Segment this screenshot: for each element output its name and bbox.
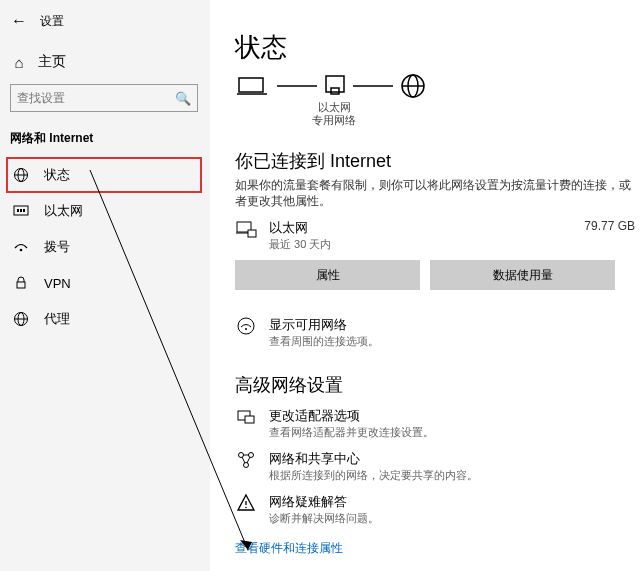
- svg-point-30: [244, 463, 249, 468]
- svg-point-29: [249, 453, 254, 458]
- ethernet-icon: [12, 203, 30, 219]
- nav-vpn-label: VPN: [44, 276, 71, 291]
- shownet-title[interactable]: 显示可用网络: [269, 316, 379, 334]
- network-diagram: [235, 71, 635, 101]
- nav-proxy[interactable]: 代理: [10, 301, 200, 337]
- pc-icon: [235, 72, 273, 100]
- vpn-icon: [12, 275, 30, 291]
- diagram-label-1: 以太网: [311, 101, 357, 114]
- ethernet-small-icon: [235, 219, 257, 241]
- nav: 状态 以太网 拨号 VPN 代理: [10, 157, 200, 337]
- search-box[interactable]: 🔍: [10, 84, 198, 112]
- svg-rect-16: [331, 88, 339, 94]
- nav-status-label: 状态: [44, 166, 70, 184]
- connected-desc: 如果你的流量套餐有限制，则你可以将此网络设置为按流量计费的连接，或者更改其他属性…: [235, 177, 635, 209]
- svg-rect-23: [248, 230, 256, 237]
- sharing-title[interactable]: 网络和共享中心: [269, 450, 478, 468]
- wifi-icon: [235, 316, 257, 336]
- search-icon: 🔍: [175, 91, 191, 106]
- svg-rect-15: [326, 76, 344, 92]
- data-usage-button[interactable]: 数据使用量: [430, 260, 615, 290]
- ethernet-port-icon: [321, 72, 349, 100]
- connection-sub: 最近 30 天内: [269, 237, 572, 252]
- globe-icon: [12, 167, 30, 183]
- adapter-title[interactable]: 更改适配器选项: [269, 407, 434, 425]
- proxy-icon: [12, 311, 30, 327]
- svg-point-24: [238, 318, 254, 334]
- sharing-icon: [235, 450, 257, 470]
- home-icon: ⌂: [10, 54, 28, 71]
- connected-title: 你已连接到 Internet: [235, 149, 635, 173]
- shownet-sub: 查看周围的连接选项。: [269, 334, 379, 349]
- sharing-sub: 根据所连接到的网络，决定要共享的内容。: [269, 468, 478, 483]
- search-input[interactable]: [17, 91, 175, 105]
- diagram-label-2: 专用网络: [311, 114, 357, 127]
- svg-rect-27: [245, 416, 254, 423]
- svg-rect-5: [20, 209, 22, 212]
- nav-vpn[interactable]: VPN: [10, 265, 200, 301]
- svg-point-7: [20, 249, 23, 252]
- troubleshoot-sub: 诊断并解决网络问题。: [269, 511, 379, 526]
- troubleshoot-icon: [235, 493, 257, 513]
- section-title: 网络和 Internet: [10, 130, 200, 147]
- svg-rect-6: [23, 209, 25, 212]
- adapter-icon: [235, 407, 257, 427]
- advanced-title: 高级网络设置: [235, 373, 635, 397]
- connection-name: 以太网: [269, 219, 572, 237]
- nav-dialup[interactable]: 拨号: [10, 229, 200, 265]
- line-icon: [353, 81, 393, 91]
- dialup-icon: [12, 239, 30, 255]
- properties-button[interactable]: 属性: [235, 260, 420, 290]
- page-title: 状态: [235, 30, 635, 65]
- sidebar: ← 设置 ⌂ 主页 🔍 网络和 Internet 状态 以太网 拨号: [0, 0, 210, 571]
- adapter-sub: 查看网络适配器并更改连接设置。: [269, 425, 434, 440]
- home-link[interactable]: ⌂ 主页: [10, 50, 200, 74]
- svg-rect-8: [17, 282, 25, 288]
- svg-rect-4: [17, 209, 19, 212]
- nav-status[interactable]: 状态: [6, 157, 202, 193]
- home-label: 主页: [38, 53, 66, 71]
- svg-point-25: [245, 328, 247, 330]
- svg-point-28: [239, 453, 244, 458]
- window-title: 设置: [40, 13, 64, 30]
- svg-point-32: [245, 507, 247, 509]
- troubleshoot-title[interactable]: 网络疑难解答: [269, 493, 379, 511]
- globe-large-icon: [397, 71, 429, 101]
- nav-ethernet-label: 以太网: [44, 202, 83, 220]
- connection-row: 以太网 最近 30 天内 79.77 GB: [235, 219, 635, 252]
- line-icon: [277, 81, 317, 91]
- link-hardware[interactable]: 查看硬件和连接属性: [235, 540, 635, 557]
- nav-ethernet[interactable]: 以太网: [10, 193, 200, 229]
- main: 状态 以太网 专用网络 你已连接到 Internet 如果你的流量套餐有限制，则…: [235, 0, 635, 571]
- svg-rect-12: [239, 78, 263, 92]
- back-icon[interactable]: ←: [10, 12, 28, 30]
- nav-dialup-label: 拨号: [44, 238, 70, 256]
- connection-usage: 79.77 GB: [584, 219, 635, 233]
- nav-proxy-label: 代理: [44, 310, 70, 328]
